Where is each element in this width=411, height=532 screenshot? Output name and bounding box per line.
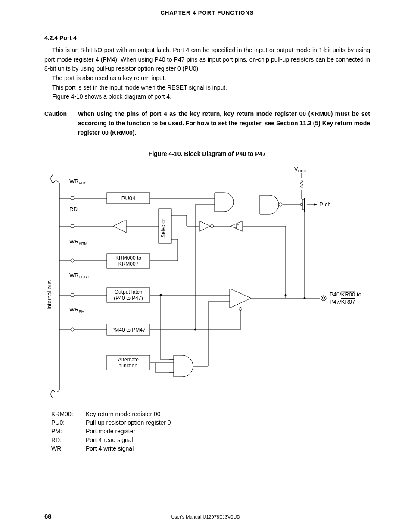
svg-point-23	[211, 225, 214, 228]
pch-label: P-ch	[319, 201, 331, 208]
pin-label-line2: P47/KR07	[330, 299, 355, 305]
para-1: This is an 8-bit I/O port with an output…	[44, 46, 370, 74]
svg-point-57	[279, 203, 282, 206]
def-val: Pull-up resistor option register 0	[86, 419, 171, 426]
page: CHAPTER 4 PORT FUNCTIONS 4.2.4 Port 4 Th…	[0, 0, 411, 532]
def-key: KRM00:	[51, 411, 86, 417]
svg-text:function: function	[119, 363, 137, 369]
wr-krm-label: WRKRM	[69, 238, 87, 246]
wr-port-label: WRPORT	[69, 272, 90, 279]
para-3-before: This port is set in the input mode when …	[52, 84, 167, 91]
svg-point-37	[71, 328, 74, 331]
svg-text:KRM000 to: KRM000 to	[115, 255, 141, 261]
rd-label: RD	[69, 206, 78, 212]
svg-point-7	[71, 224, 74, 228]
svg-point-69	[300, 203, 303, 206]
pu04-box-label: PU04	[121, 195, 136, 202]
svg-text:(P40 to P47): (P40 to P47)	[114, 295, 143, 301]
definitions-list: KRM00:Key return mode register 00 PU0:Pu…	[51, 411, 370, 452]
footer: 68 User's Manual U12978EJ3V0UD	[44, 513, 370, 520]
page-number: 68	[44, 513, 52, 520]
para-4: Figure 4-10 shows a block diagram of por…	[44, 92, 370, 102]
def-key: WR:	[51, 445, 86, 452]
caution-block: Caution When using the pins of port 4 as…	[44, 109, 370, 137]
def-key: PU0:	[51, 419, 86, 426]
def-row: RD:Port 4 read signal	[51, 436, 370, 443]
reset-signal: RESET	[167, 84, 187, 91]
svg-text:KRM007: KRM007	[118, 261, 139, 267]
header-rule	[44, 19, 370, 19]
def-row: KRM00:Key return mode register 00	[51, 411, 370, 417]
def-val: Port 4 read signal	[86, 436, 133, 443]
para-3: This port is set in the input mode when …	[44, 83, 370, 93]
figure-title: Figure 4-10. Block Diagram of P40 to P47	[44, 150, 370, 157]
pin-label-line1: P40/KR00 to	[330, 291, 361, 298]
internal-bus-label: Internal bus	[46, 280, 53, 310]
svg-point-81	[322, 297, 325, 299]
caution-text: When using the pins of port 4 as the key…	[78, 109, 370, 137]
caution-label: Caution	[44, 109, 78, 137]
def-val: Port 4 write signal	[86, 445, 134, 452]
para-3-after: signal is input.	[187, 84, 227, 91]
def-key: RD:	[51, 436, 86, 443]
svg-point-76	[239, 308, 242, 311]
svg-marker-22	[199, 221, 210, 231]
svg-text:Alternate: Alternate	[118, 357, 139, 363]
def-val: Key return mode register 00	[86, 411, 161, 417]
chapter-header: CHAPTER 4 PORT FUNCTIONS	[44, 9, 370, 16]
block-diagram: Internal bus WRPU0 PU04 RD Selector WRKR…	[44, 166, 370, 407]
def-row: PU0:Pull-up resistor option register 0	[51, 419, 370, 426]
svg-point-30	[71, 293, 74, 297]
svg-point-86	[160, 294, 162, 296]
svg-text:Output latch: Output latch	[115, 289, 143, 295]
pm40-label: PM40 to PM47	[111, 327, 146, 333]
wr-pm-label: WRPM	[69, 306, 84, 314]
manual-id: User's Manual U12978EJ3V0UD	[52, 514, 360, 520]
para-2: The port is also used as a key return in…	[44, 74, 370, 83]
wr-pu0-label: WRPU0	[69, 178, 86, 185]
def-key: PM:	[51, 428, 86, 435]
svg-marker-73	[230, 289, 251, 308]
def-row: WR:Port 4 write signal	[51, 445, 370, 452]
svg-point-12	[71, 259, 74, 262]
def-val: Port mode register	[86, 428, 135, 435]
svg-point-93	[194, 329, 196, 331]
def-row: PM:Port mode register	[51, 428, 370, 435]
selector-label: Selector	[160, 219, 166, 238]
svg-point-3	[71, 196, 74, 200]
section-heading: 4.2.4 Port 4	[44, 34, 370, 41]
svg-text:VDD0: VDD0	[294, 166, 306, 173]
svg-marker-8	[113, 220, 126, 233]
